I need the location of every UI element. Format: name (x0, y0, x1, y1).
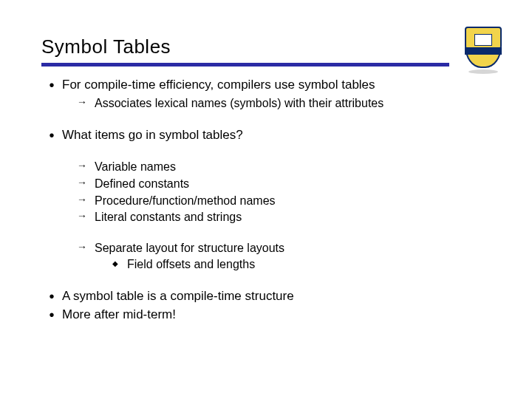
bullet-text: A symbol table is a compile-time structu… (62, 288, 491, 305)
bullet-l1: • For compile-time efficiency, compilers… (41, 77, 491, 94)
shield-icon (465, 27, 502, 68)
bullet-text: Variable names (95, 159, 491, 175)
bullet-text: Literal constants and strings (95, 209, 491, 225)
bullet-text: Procedure/function/method names (95, 193, 491, 209)
slide: Symbol Tables • For compile-time efficie… (0, 0, 532, 399)
bullet-dot-icon: • (41, 307, 62, 324)
bullet-text: More after mid-term! (62, 307, 491, 324)
bullet-l2: → Associates lexical names (symbols) wit… (77, 95, 491, 112)
bullet-l2: → Separate layout for structure layouts (77, 240, 491, 256)
bullet-l1: • What items go in symbol tables? (41, 127, 491, 144)
bullet-text: Field offsets and lengths (127, 256, 491, 273)
arrow-icon: → (77, 159, 95, 175)
bullet-l2: → Literal constants and strings (77, 209, 491, 225)
bullet-text: Separate layout for structure layouts (95, 240, 491, 256)
slide-title: Symbol Tables (41, 35, 491, 58)
bullet-l1: • More after mid-term! (41, 307, 491, 324)
title-rule (41, 63, 449, 66)
slide-content: • For compile-time efficiency, compilers… (41, 77, 491, 324)
arrow-icon: → (77, 176, 95, 192)
bullet-text: For compile-time efficiency, compilers u… (62, 77, 491, 94)
bullet-l2: → Procedure/function/method names (77, 193, 491, 209)
arrow-icon: → (77, 209, 95, 225)
bullet-text: What items go in symbol tables? (62, 127, 491, 144)
bullet-l2: → Variable names (77, 159, 491, 175)
university-logo (463, 27, 504, 74)
arrow-icon: → (77, 240, 95, 256)
bullet-dot-icon: • (41, 288, 62, 305)
bullet-l2: → Defined constants (77, 176, 491, 192)
arrow-icon: → (77, 95, 95, 112)
square-bullet-icon: ◆ (112, 256, 127, 273)
bullet-l3: ◆ Field offsets and lengths (112, 256, 491, 273)
bullet-dot-icon: • (41, 127, 62, 144)
bullet-text: Defined constants (95, 176, 491, 192)
bullet-text: Associates lexical names (symbols) with … (95, 95, 491, 112)
bullet-l1: • A symbol table is a compile-time struc… (41, 288, 491, 305)
arrow-icon: → (77, 193, 95, 209)
bullet-dot-icon: • (41, 77, 62, 94)
